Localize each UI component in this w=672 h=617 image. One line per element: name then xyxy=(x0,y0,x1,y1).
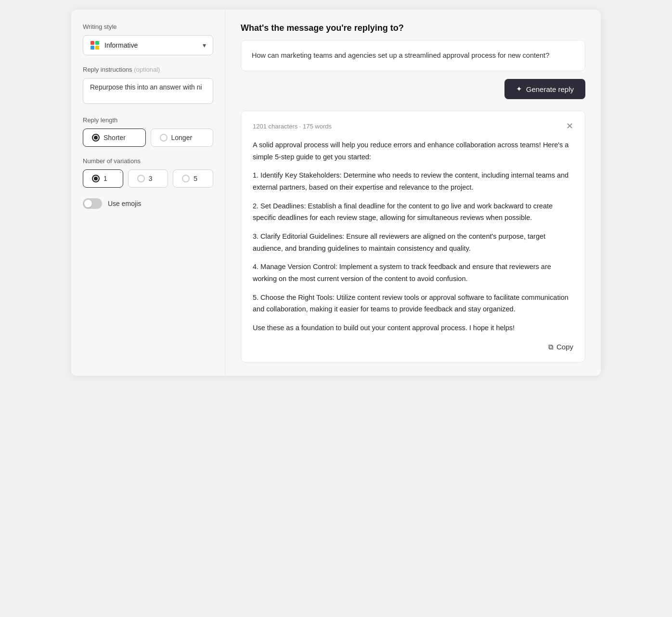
result-body: A solid approval process will help you r… xyxy=(253,139,573,334)
svg-rect-1 xyxy=(95,41,99,45)
result-meta: 1201 characters · 175 words ✕ xyxy=(253,122,573,130)
use-emojis-toggle[interactable] xyxy=(83,198,102,209)
reply-length-group: Shorter Longer xyxy=(83,129,213,147)
generate-reply-button[interactable]: ✦ Generate reply xyxy=(504,79,585,99)
radio-circle-v1 xyxy=(92,175,100,182)
reply-instructions-input[interactable]: Repurpose this into an answer with ni xyxy=(83,78,213,104)
left-panel: Writing style Informative ▾ Reply instru… xyxy=(71,10,225,376)
result-paragraph-2: 2. Set Deadlines: Establish a final dead… xyxy=(253,200,573,224)
result-paragraph-6: Use these as a foundation to build out y… xyxy=(253,322,573,334)
result-paragraph-5: 5. Choose the Right Tools: Utilize conte… xyxy=(253,292,573,315)
reply-instructions-label: Reply instructions (optional) xyxy=(83,66,213,73)
variation-5-label: 5 xyxy=(194,175,197,182)
generate-btn-label: Generate reply xyxy=(526,85,574,93)
style-icon xyxy=(90,40,100,50)
result-paragraph-3: 3. Clarify Editorial Guidelines: Ensure … xyxy=(253,231,573,254)
variation-option-5[interactable]: 5 xyxy=(173,169,213,188)
chevron-down-icon: ▾ xyxy=(203,41,206,49)
question-title: What's the message you're replying to? xyxy=(241,23,585,33)
length-option-longer[interactable]: Longer xyxy=(151,129,214,147)
style-dropdown-left: Informative xyxy=(90,40,138,50)
copy-btn-label: Copy xyxy=(556,343,573,351)
right-panel: What's the message you're replying to? H… xyxy=(225,10,601,376)
variation-1-label: 1 xyxy=(103,175,107,182)
result-paragraph-4: 4. Manage Version Control: Implement a s… xyxy=(253,261,573,284)
svg-rect-3 xyxy=(95,46,99,50)
result-paragraph-0: A solid approval process will help you r… xyxy=(253,139,573,163)
variation-option-1[interactable]: 1 xyxy=(83,169,123,188)
style-selected-label: Informative xyxy=(104,41,138,49)
copy-icon: ⧉ xyxy=(548,343,554,351)
result-stats: 1201 characters · 175 words xyxy=(253,123,332,130)
length-longer-label: Longer xyxy=(171,134,193,141)
writing-style-dropdown[interactable]: Informative ▾ xyxy=(83,35,213,55)
variation-option-3[interactable]: 3 xyxy=(128,169,168,188)
generate-row: ✦ Generate reply xyxy=(241,79,585,99)
reply-length-label: Reply length xyxy=(83,116,213,124)
variation-3-label: 3 xyxy=(149,175,153,182)
variations-group: 1 3 5 xyxy=(83,169,213,188)
length-option-shorter[interactable]: Shorter xyxy=(83,129,146,147)
variations-label: Number of variations xyxy=(83,157,213,165)
svg-rect-2 xyxy=(90,46,94,50)
radio-circle-v3 xyxy=(137,175,145,182)
main-container: Writing style Informative ▾ Reply instru… xyxy=(71,10,601,376)
result-card: 1201 characters · 175 words ✕ A solid ap… xyxy=(241,111,585,362)
radio-circle-shorter xyxy=(92,134,100,141)
use-emojis-row: Use emojis xyxy=(83,198,213,209)
writing-style-label: Writing style xyxy=(83,23,213,30)
copy-row: ⧉ Copy xyxy=(253,343,573,351)
use-emojis-label: Use emojis xyxy=(108,200,141,207)
copy-button[interactable]: ⧉ Copy xyxy=(548,343,573,351)
svg-rect-0 xyxy=(90,41,94,45)
sparkle-icon: ✦ xyxy=(516,85,522,93)
optional-label: (optional) xyxy=(134,66,160,73)
radio-circle-longer xyxy=(160,134,168,141)
result-close-button[interactable]: ✕ xyxy=(566,122,573,130)
length-shorter-label: Shorter xyxy=(103,134,126,141)
message-box: How can marketing teams and agencies set… xyxy=(241,40,585,71)
radio-circle-v5 xyxy=(182,175,190,182)
result-paragraph-1: 1. Identify Key Stakeholders: Determine … xyxy=(253,169,573,193)
